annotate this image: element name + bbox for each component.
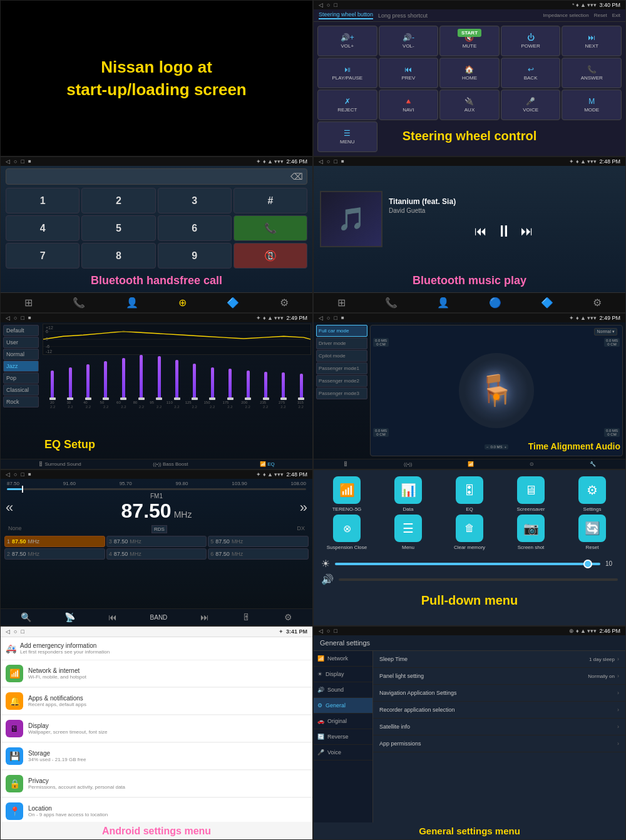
align-tab-surround[interactable]: 🎛 [343,461,348,467]
nav-contact[interactable]: 👤 [126,297,138,309]
setting-location[interactable]: 📍 LocationOn - 9 apps have access to loc… [1,798,312,822]
align-tab-extra[interactable]: 🔧 [590,461,596,467]
setting-apps[interactable]: 🔔 Apps & notificationsRecent apps, defau… [1,688,312,715]
pd-data[interactable]: 📊 Data [379,476,438,512]
gc-app-permissions[interactable]: App permissions › [373,735,625,752]
pd-menu[interactable]: ☰ Menu [379,515,438,550]
eq-tab-surround[interactable]: 🎛 Surround Sound [38,461,81,467]
play-pause-btn[interactable]: ⏸ [496,222,512,241]
next-btn[interactable]: ⏭ [521,224,533,238]
ctrl-mode[interactable]: MMODE [562,90,622,120]
gc-satellite[interactable]: Satellite info › [373,719,625,735]
fm-nav-settings[interactable]: ⚙ [284,612,292,622]
nav-bt3[interactable]: 🔵 [489,297,501,309]
ctrl-home[interactable]: 🏠HOME [439,58,500,88]
eq-preset-normal[interactable]: Normal [3,349,39,360]
dial-call[interactable]: 📞 [233,215,307,241]
eq-preset-jazz[interactable]: Jazz [3,361,39,372]
eq-tab-bass[interactable]: ((•)) Bass Boost [153,461,188,467]
align-mode-pass1[interactable]: Passenger mode1 [316,362,367,374]
pd-suspension[interactable]: ⊗ Suspension Close [317,515,376,550]
ctrl-prev[interactable]: ⏮PREV [379,58,439,88]
nav-contact2[interactable]: 👤 [437,297,449,309]
dial-9[interactable]: 9 [158,243,232,269]
steering-tab-longpress[interactable]: Long press shortcut [378,13,428,19]
fm-nav-next[interactable]: ⏭ [200,612,209,622]
ctrl-next[interactable]: ⏭NEXT [562,26,622,56]
gc-panel-light[interactable]: Panel light setting Normally on › [373,668,625,685]
gc-recorder[interactable]: Recorder application selection › [373,702,625,719]
gs-voice[interactable]: 🎤 Voice [314,745,372,761]
nav-bt2[interactable]: 🔷 [227,297,239,309]
eq-preset-pop[interactable]: Pop [3,372,39,384]
minus-btn[interactable]: − [486,445,489,449]
gs-original[interactable]: 🚗 Original [314,714,372,729]
fm-nav-station[interactable]: 📡 [64,612,75,622]
align-mode-pass3[interactable]: Passenger mode3 [316,387,367,399]
gs-network[interactable]: 📶 Network [314,651,372,667]
gc-nav-app[interactable]: Navigation Application Settings › [373,685,625,702]
dial-end[interactable]: 📵 [233,243,307,269]
pd-screenshot[interactable]: 📷 Screen shot [501,515,560,550]
pd-reset[interactable]: 🔄 Reset [563,515,622,550]
backspace-btn[interactable]: ⌫ [290,172,303,182]
fm-skip-back[interactable]: « [6,499,13,516]
ctrl-vol-plus[interactable]: 🔊+VOL+ [317,26,377,56]
pd-eq[interactable]: 🎛 EQ [440,476,499,512]
ctrl-power[interactable]: ⏻POWER [501,26,561,56]
fm-preset-3[interactable]: 3 87.50 MHz [106,536,207,547]
gc-sleep[interactable]: Sleep Time 1 day sleep › [373,651,625,668]
dial-8[interactable]: 8 [81,243,155,269]
eq-preset-user[interactable]: User [3,337,39,348]
pd-settings[interactable]: ⚙ Settings [563,476,622,512]
align-tab-align[interactable]: ⊙ [530,461,534,467]
steering-tab-active[interactable]: Steering wheel button [319,11,373,19]
setting-display[interactable]: 🖥 DisplayWallpaper, screen timeout, font… [1,715,312,742]
dial-2[interactable]: 2 [81,188,155,213]
dial-3[interactable]: 3 [158,188,232,213]
fm-nav-eq[interactable]: 🎚 [242,612,251,622]
pd-wifi[interactable]: 📶 TERENO-5G [317,476,376,512]
nav-settings2[interactable]: ⚙ [593,297,602,309]
dial-4[interactable]: 4 [6,215,80,241]
align-tab-bass[interactable]: ((•)) [404,461,412,467]
fm-preset-6[interactable]: 6 87.50 MHz [208,548,309,560]
pd-screensaver[interactable]: 🖥 Screensaver [501,476,560,512]
fm-preset-5[interactable]: 5 87.50 MHz [208,536,309,547]
setting-storage[interactable]: 💾 Storage34% used - 21.19 GB free [1,743,312,770]
ctrl-aux[interactable]: 🔌AUX [439,90,500,120]
ctrl-reject[interactable]: ✗REJECT [317,90,377,120]
eq-preset-rock[interactable]: Rock [3,396,39,407]
fm-preset-2[interactable]: 2 87.50 MHz [4,548,105,560]
gs-general[interactable]: ⚙ General [314,698,372,714]
prev-btn[interactable]: ⏮ [475,224,487,238]
ctrl-back[interactable]: ↩BACK [501,58,561,88]
ctrl-vol-minus[interactable]: 🔊-VOL- [379,26,439,56]
eq-preset-classical[interactable]: Classical [3,384,39,396]
nav-bt[interactable]: ⊕ [178,297,187,309]
nav-phone2[interactable]: 📞 [385,297,398,309]
eq-preset-default[interactable]: Default [3,325,39,336]
nav-phone[interactable]: 📞 [73,297,85,309]
align-mode-cpilot[interactable]: Cpilot mode [316,350,367,362]
fm-preset-4[interactable]: 4 87.50 MHz [106,548,207,560]
ctrl-voice[interactable]: 🎤VOICE [501,90,561,120]
dial-1[interactable]: 1 [6,188,80,213]
dial-hash[interactable]: # [233,188,307,213]
setting-privacy[interactable]: 🔒 PrivacyPermissions, account activity, … [1,771,312,797]
fm-preset-1[interactable]: 1 87.50 MHz [4,536,105,547]
gs-display[interactable]: ☀ Display [314,667,372,682]
nav-grid[interactable]: ⊞ [24,297,33,309]
align-mode-driver[interactable]: Driver mode [316,337,367,349]
normal-label[interactable]: Normal ▾ [594,328,617,335]
dial-5[interactable]: 5 [81,215,155,241]
dial-6[interactable]: 6 [158,215,232,241]
fm-skip-fwd[interactable]: » [300,499,307,516]
setting-network[interactable]: 📶 Network & internetWi-Fi, mobile, and h… [1,660,312,687]
nav-grid2[interactable]: ⊞ [337,297,346,309]
eq-tab-eq[interactable]: 📶 EQ [260,461,275,467]
fm-nav-search[interactable]: 🔍 [21,612,31,622]
ctrl-navi[interactable]: 🔺NAVI [379,90,439,120]
nav-settings[interactable]: ⚙ [280,297,289,309]
align-mode-pass2[interactable]: Passenger mode2 [316,375,367,387]
